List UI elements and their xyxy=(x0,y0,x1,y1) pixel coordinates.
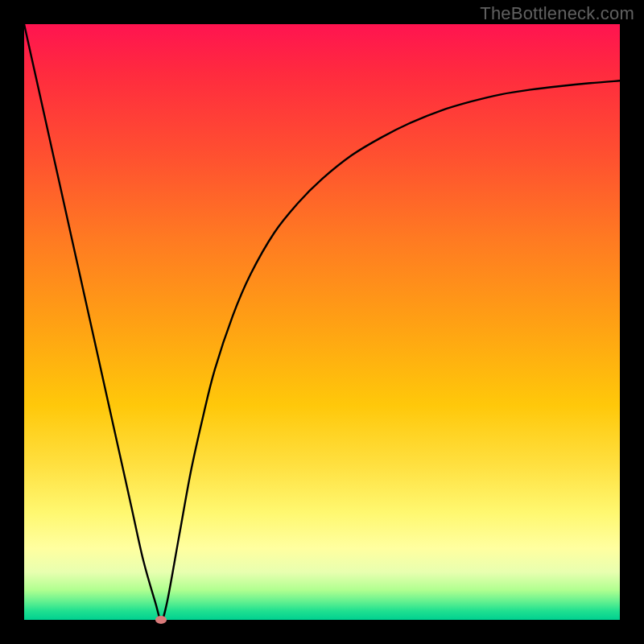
chart-frame xyxy=(24,24,620,620)
bottleneck-curve-path xyxy=(24,24,620,620)
watermark-text: TheBottleneck.com xyxy=(480,3,634,24)
optimal-point-marker xyxy=(155,616,167,624)
chart-curve xyxy=(24,24,620,620)
